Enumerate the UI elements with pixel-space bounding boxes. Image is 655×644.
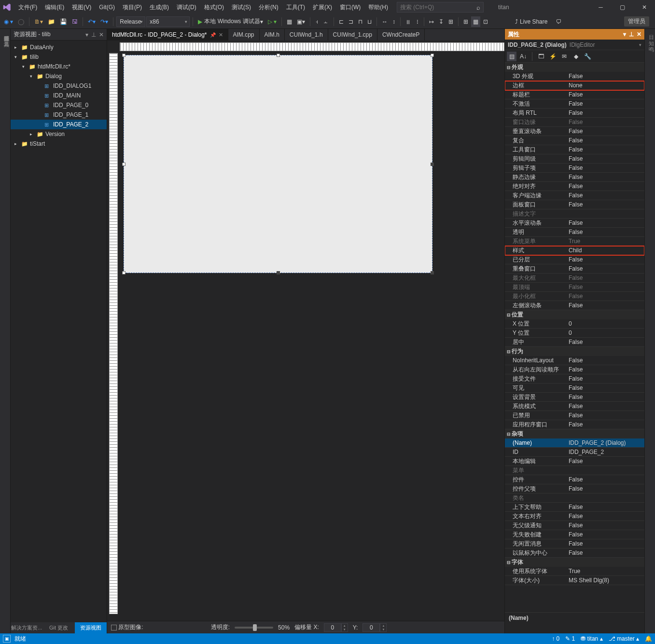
start-debug-button[interactable]: ▶本地 Windows 调试器 ▾ [196, 16, 265, 27]
property-row[interactable]: 接受文件False [505, 374, 644, 384]
menu-item[interactable]: 工具(T) [282, 0, 309, 14]
properties-object[interactable]: IDD_PAGE_2 (Dialog)IDlgEditor ▾ [505, 40, 644, 50]
property-row[interactable]: NoInheritLayoutFalse [505, 356, 644, 365]
live-share-button[interactable]: ⤴Live Share [515, 18, 547, 25]
same-size[interactable]: ⊞ [446, 16, 455, 27]
menu-item[interactable]: 调试(D) [173, 0, 200, 14]
property-row[interactable]: 样式Child [505, 246, 644, 255]
wrench-icon[interactable]: 🔧 [583, 52, 592, 61]
menu-item[interactable]: Git(G) [95, 0, 119, 14]
repo-name[interactable]: ⛃ titan ▴ [581, 635, 602, 642]
property-row[interactable]: 重叠窗口False [505, 264, 644, 274]
property-row[interactable]: 控件父项False [505, 484, 644, 493]
panel-dropdown-icon[interactable]: ▾ [85, 31, 88, 38]
property-row[interactable]: 最小化框False [505, 292, 644, 301]
right-sidebar-rail[interactable]: 日 知 鸣 [644, 29, 655, 633]
property-row[interactable]: 可见False [505, 384, 644, 393]
menu-item[interactable]: 生成(B) [146, 0, 173, 14]
events-icon[interactable]: ⚡ [548, 52, 557, 61]
resize-handle-bm[interactable] [277, 271, 280, 274]
props-close-icon[interactable]: ✕ [637, 31, 641, 38]
toggle-guides[interactable]: ▦ [471, 16, 480, 27]
property-row[interactable]: 系统菜单True [505, 237, 644, 246]
align-btn-2[interactable]: ⫠ [321, 16, 331, 27]
property-row[interactable]: 窗口边缘False [505, 118, 644, 127]
sync-up[interactable]: ↑ 0 [552, 635, 559, 642]
sync-down[interactable]: ✎ 1 [565, 635, 575, 642]
property-row[interactable]: 居中False [505, 338, 644, 347]
offset-y-spinner[interactable]: ▲▼ [362, 623, 387, 632]
tree-item[interactable]: ▾📁tilib [11, 52, 107, 62]
props-icon[interactable]: 🗔 [536, 52, 546, 61]
property-row[interactable]: 布局 RTLFalse [505, 109, 644, 118]
property-row[interactable]: 以鼠标为中心False [505, 548, 644, 558]
menu-item[interactable]: 测试(S) [228, 0, 255, 14]
property-row[interactable]: X 位置0 [505, 319, 644, 329]
document-tab[interactable]: CUIWnd_1.h [285, 29, 328, 41]
property-category[interactable]: ⊟ 外观 [505, 63, 644, 72]
menu-item[interactable]: 分析(N) [255, 0, 282, 14]
document-tab[interactable]: htdMfcDll.rc - IDD_PAGE_2 - Dialog* 📌 ✕ [107, 29, 228, 41]
property-row[interactable]: 边框None [505, 81, 644, 90]
property-row[interactable]: 设置背景False [505, 393, 644, 402]
resize-handle-mr[interactable] [431, 163, 434, 166]
align-bottom[interactable]: ⊔ [365, 16, 374, 27]
property-row[interactable]: 不激活False [505, 99, 644, 109]
same-height[interactable]: ↧ [437, 16, 446, 27]
align-right[interactable]: ⊐ [347, 16, 355, 27]
orig-image-check[interactable]: 原型图像: [111, 623, 143, 631]
dialog-designer[interactable]: 原型图像: 透明度: 50% 偏移量 X: ▲▼ Y: ▲▼ [107, 41, 504, 633]
platform-combo[interactable]: x86 [146, 16, 190, 27]
property-row[interactable]: 系统模式False [505, 402, 644, 411]
same-width[interactable]: ↦ [427, 16, 436, 27]
menu-item[interactable]: 窗口(W) [336, 0, 364, 14]
property-row[interactable]: 绝对对齐False [505, 182, 644, 191]
align-top[interactable]: ⊓ [356, 16, 364, 27]
search-input[interactable] [400, 4, 468, 11]
messages-icon[interactable]: ✉ [559, 52, 569, 61]
document-tab[interactable]: CWndCreateP [377, 29, 425, 41]
categorized-icon[interactable]: ▤ [507, 52, 516, 61]
property-row[interactable]: 最顶端False [505, 283, 644, 292]
property-row[interactable]: 字体(大小)MS Shell Dlg(8) [505, 576, 644, 585]
menu-item[interactable]: 帮助(H) [364, 0, 392, 14]
panel-pin-icon[interactable]: ⊥ [91, 31, 96, 38]
property-row[interactable]: 无失败创建False [505, 530, 644, 539]
document-tab[interactable]: AIM.cpp [228, 29, 260, 41]
property-row[interactable]: 标题栏False [505, 90, 644, 99]
align-left[interactable]: ⊏ [337, 16, 346, 27]
maximize-button[interactable]: ▢ [612, 0, 633, 14]
document-tab[interactable]: CUIWnd_1.cpp [328, 29, 377, 41]
property-row[interactable]: 上下文帮助False [505, 503, 644, 512]
search-box[interactable]: ⌕ [397, 2, 484, 13]
toggle-ruler[interactable]: ⊡ [481, 16, 490, 27]
property-category[interactable]: ⊟ 字体 [505, 558, 644, 567]
document-tab[interactable]: AIM.h [260, 29, 285, 41]
property-row[interactable]: 使用系统字体True [505, 567, 644, 576]
property-row[interactable]: 应用程序窗口False [505, 420, 644, 429]
tree-item[interactable]: ⊞IDD_MAIN [11, 91, 107, 100]
property-row[interactable]: 面板窗口False [505, 200, 644, 209]
resize-handle-br[interactable] [431, 271, 434, 274]
properties-grid[interactable]: ⊟ 外观3D 外观False边框None标题栏False不激活False布局 R… [505, 63, 644, 612]
menu-item[interactable]: 项目(P) [119, 0, 146, 14]
space-v[interactable]: ⫶ [414, 16, 421, 27]
dialog-test-button[interactable]: ▣▾ [295, 16, 307, 27]
config-combo[interactable]: Release [116, 16, 145, 27]
design-canvas[interactable] [124, 55, 432, 273]
property-row[interactable]: 客户端边缘False [505, 191, 644, 200]
open-button[interactable]: 📁 [46, 16, 57, 27]
property-row[interactable]: Y 位置0 [505, 329, 644, 338]
property-row[interactable]: 左侧滚动条False [505, 301, 644, 310]
menu-item[interactable]: 视图(V) [68, 0, 95, 14]
property-row[interactable]: 类名 [505, 493, 644, 503]
property-row[interactable]: 剪辑子项False [505, 164, 644, 173]
save-button[interactable]: 💾 [58, 16, 69, 27]
menu-item[interactable]: 编辑(E) [41, 0, 68, 14]
overrides-icon[interactable]: ◆ [571, 52, 581, 61]
debug-target-button[interactable]: ▷ ▾ [266, 16, 279, 27]
property-row[interactable]: 最大化框False [505, 274, 644, 283]
tree-item[interactable]: ⊞IDD_PAGE_0 [11, 100, 107, 110]
tree-item[interactable]: ⊞IDD_PAGE_2 [11, 120, 107, 129]
offset-x-spinner[interactable]: ▲▼ [324, 623, 348, 632]
